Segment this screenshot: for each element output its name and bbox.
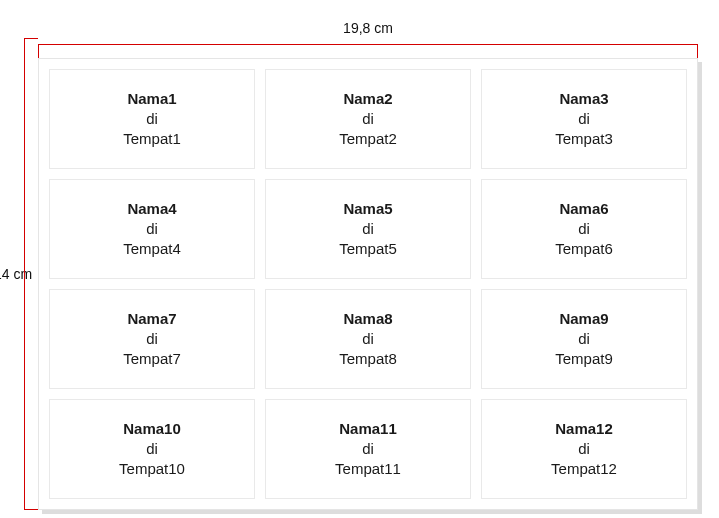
cell-connector: di	[578, 329, 590, 349]
cell-connector: di	[362, 109, 374, 129]
cell-place: Tempat10	[119, 459, 185, 479]
label-cell: Nama2 di Tempat2	[265, 69, 471, 169]
cell-name: Nama12	[555, 419, 613, 439]
cell-connector: di	[362, 439, 374, 459]
diagram-stage: 19,8 cm Nama1 di Tempat1 Nama2 di Tempat…	[38, 20, 698, 510]
label-cell: Nama5 di Tempat5	[265, 179, 471, 279]
width-label: 19,8 cm	[343, 20, 393, 36]
cell-place: Tempat9	[555, 349, 613, 369]
cell-name: Nama3	[559, 89, 608, 109]
width-bracket	[38, 44, 698, 58]
cell-place: Tempat6	[555, 239, 613, 259]
cell-place: Tempat4	[123, 239, 181, 259]
cell-place: Tempat11	[335, 459, 401, 479]
label-cell: Nama7 di Tempat7	[49, 289, 255, 389]
label-cell: Nama1 di Tempat1	[49, 69, 255, 169]
label-cell: Nama12 di Tempat12	[481, 399, 687, 499]
cell-name: Nama6	[559, 199, 608, 219]
cell-name: Nama2	[343, 89, 392, 109]
cell-name: Nama1	[127, 89, 176, 109]
cell-place: Tempat7	[123, 349, 181, 369]
cell-connector: di	[146, 109, 158, 129]
cell-place: Tempat5	[339, 239, 397, 259]
cell-name: Nama7	[127, 309, 176, 329]
label-cell: Nama8 di Tempat8	[265, 289, 471, 389]
cell-name: Nama5	[343, 199, 392, 219]
cell-connector: di	[578, 219, 590, 239]
label-cell: Nama3 di Tempat3	[481, 69, 687, 169]
cell-connector: di	[578, 109, 590, 129]
cell-connector: di	[146, 439, 158, 459]
cell-place: Tempat3	[555, 129, 613, 149]
cell-name: Nama4	[127, 199, 176, 219]
label-cell: Nama9 di Tempat9	[481, 289, 687, 389]
cell-connector: di	[362, 329, 374, 349]
cell-place: Tempat8	[339, 349, 397, 369]
cell-place: Tempat12	[551, 459, 617, 479]
label-cell: Nama4 di Tempat4	[49, 179, 255, 279]
label-cell: Nama10 di Tempat10	[49, 399, 255, 499]
cell-connector: di	[578, 439, 590, 459]
cell-name: Nama9	[559, 309, 608, 329]
cell-connector: di	[146, 329, 158, 349]
height-dimension: 14 cm	[0, 38, 38, 510]
label-cell: Nama6 di Tempat6	[481, 179, 687, 279]
cell-connector: di	[362, 219, 374, 239]
cell-place: Tempat1	[123, 129, 181, 149]
cell-name: Nama11	[339, 419, 397, 439]
height-bracket	[24, 38, 38, 510]
cell-name: Nama10	[123, 419, 181, 439]
label-sheet: Nama1 di Tempat1 Nama2 di Tempat2 Nama3 …	[38, 58, 698, 510]
label-cell: Nama11 di Tempat11	[265, 399, 471, 499]
cell-connector: di	[146, 219, 158, 239]
cell-place: Tempat2	[339, 129, 397, 149]
cell-name: Nama8	[343, 309, 392, 329]
